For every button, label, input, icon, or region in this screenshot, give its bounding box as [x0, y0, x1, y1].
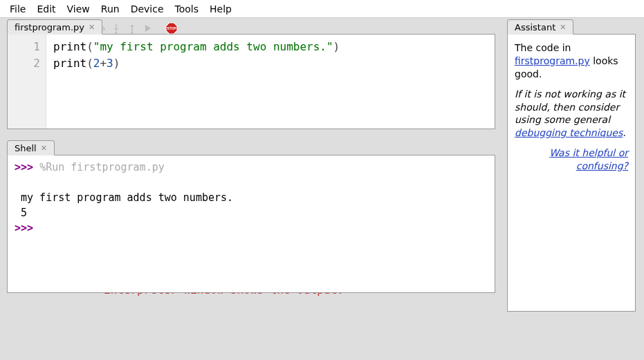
assistant-file-link[interactable]: firstprogram.py	[515, 55, 590, 66]
shell-prompt: >>>	[15, 161, 33, 173]
shell-run-command: %Run firstprogram.py	[39, 161, 165, 173]
shell-prompt: >>>	[15, 222, 33, 234]
menu-file[interactable]: File	[4, 1, 31, 17]
assistant-debug-link[interactable]: debugging techniques	[515, 127, 623, 138]
assistant-text: .	[623, 127, 625, 138]
line-gutter: 12	[8, 35, 46, 129]
menu-help[interactable]: Help	[204, 1, 237, 17]
shell-tab[interactable]: Shell ✕	[7, 140, 55, 155]
assistant-tab-label: Assistant	[515, 22, 555, 32]
code-area[interactable]: print("my first program adds two numbers…	[46, 35, 347, 129]
editor-tab[interactable]: firstprogram.py ✕	[7, 19, 102, 35]
assistant-text: The code in	[515, 42, 571, 53]
menu-view[interactable]: View	[62, 1, 95, 17]
close-icon[interactable]: ✕	[560, 23, 566, 32]
shell-output-line: my first program adds two numbers.	[21, 191, 233, 204]
shell-tab-label: Shell	[15, 143, 37, 153]
shell-panel[interactable]: >>> %Run firstprogram.py my first progra…	[7, 155, 495, 293]
assistant-tab[interactable]: Assistant ✕	[507, 19, 573, 35]
assistant-feedback-link[interactable]: Was it helpful or confusing?	[515, 146, 628, 173]
shell-output-line: 5	[21, 207, 27, 219]
menu-bar: File Edit View Run Device Tools Help	[0, 0, 644, 18]
menu-run[interactable]: Run	[95, 1, 125, 17]
menu-device[interactable]: Device	[125, 1, 169, 17]
menu-tools[interactable]: Tools	[169, 1, 205, 17]
assistant-panel: The code in firstprogram.py looks good. …	[507, 34, 636, 312]
editor-panel[interactable]: 12 print("my first program adds two numb…	[7, 34, 495, 129]
editor-tab-label: firstprogram.py	[15, 22, 84, 32]
menu-edit[interactable]: Edit	[31, 1, 61, 17]
close-icon[interactable]: ✕	[41, 144, 47, 153]
assistant-text: If it is not working as it should, then …	[515, 88, 625, 126]
close-icon[interactable]: ✕	[89, 23, 95, 32]
